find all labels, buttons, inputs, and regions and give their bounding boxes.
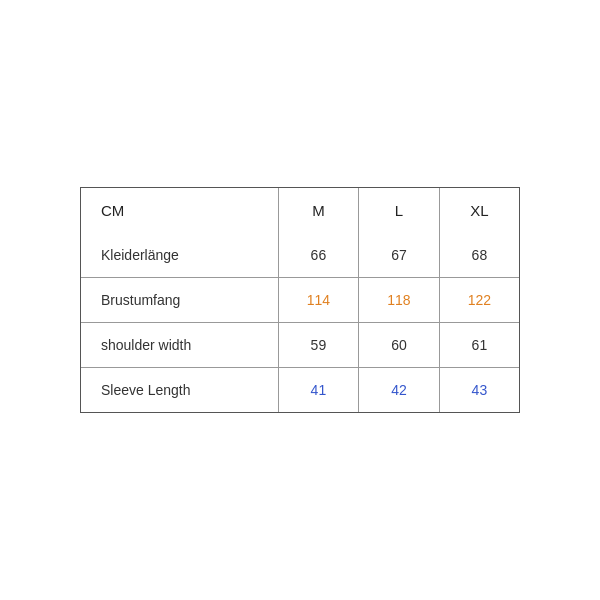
row-label-sleeve-length: Sleeve Length: [81, 368, 278, 413]
size-header-m: M: [278, 188, 359, 233]
row-label-kleiderlange: Kleiderlänge: [81, 233, 278, 278]
size-table-container: CM M L XL Kleiderlänge 66 67 68 Brustumf…: [80, 187, 520, 413]
row-3-val-l: 42: [359, 368, 440, 413]
row-0-val-m: 66: [278, 233, 359, 278]
row-2-val-xl: 61: [439, 323, 519, 368]
table-row: Sleeve Length 41 42 43: [81, 368, 519, 413]
size-header-l: L: [359, 188, 440, 233]
row-label-shoulder-width: shoulder width: [81, 323, 278, 368]
row-3-val-m: 41: [278, 368, 359, 413]
row-3-val-xl: 43: [439, 368, 519, 413]
row-0-val-xl: 68: [439, 233, 519, 278]
row-2-val-l: 60: [359, 323, 440, 368]
row-label-brustumfang: Brustumfang: [81, 278, 278, 323]
row-1-val-l: 118: [359, 278, 440, 323]
size-header-xl: XL: [439, 188, 519, 233]
size-table: CM M L XL Kleiderlänge 66 67 68 Brustumf…: [81, 188, 519, 412]
row-0-val-l: 67: [359, 233, 440, 278]
unit-header: CM: [81, 188, 278, 233]
table-row: Kleiderlänge 66 67 68: [81, 233, 519, 278]
table-header-row: CM M L XL: [81, 188, 519, 233]
row-1-val-m: 114: [278, 278, 359, 323]
table-row: shoulder width 59 60 61: [81, 323, 519, 368]
table-row: Brustumfang 114 118 122: [81, 278, 519, 323]
row-2-val-m: 59: [278, 323, 359, 368]
row-1-val-xl: 122: [439, 278, 519, 323]
